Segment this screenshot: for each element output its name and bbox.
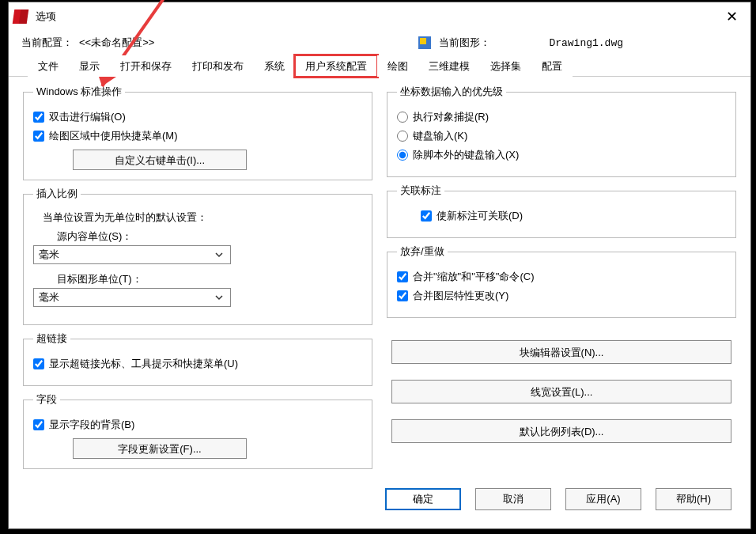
radio-keyboard-input[interactable] (397, 131, 408, 142)
close-button[interactable]: ✕ (717, 5, 746, 28)
apply-button[interactable]: 应用(A) (565, 488, 641, 510)
tab-selection[interactable]: 选择集 (480, 55, 531, 77)
tab-plot[interactable]: 打印和发布 (182, 55, 254, 77)
options-dialog: 选项 ✕ 当前配置： <<未命名配置>> 当前图形： Drawing1.dwg … (8, 2, 751, 529)
chk-assoc-dim[interactable]: 使新标注可关联(D) (421, 209, 726, 223)
lineweight-settings-button[interactable]: 线宽设置(L)... (391, 380, 731, 403)
source-units-select[interactable]: 毫米 (33, 245, 231, 264)
group-coord-priority: 坐标数据输入的优先级 执行对象捕捉(R) 键盘输入(K) 除脚本外的键盘输入(X… (387, 85, 736, 177)
ok-button[interactable]: 确定 (385, 488, 461, 510)
source-units-value: 毫米 (39, 248, 59, 262)
tab-user-preferences[interactable]: 用户系统配置 (295, 55, 377, 77)
block-editor-settings-button[interactable]: 块编辑器设置(N)... (391, 340, 731, 364)
chk-hyperlink[interactable]: 显示超链接光标、工具提示和快捷菜单(U) (33, 357, 362, 371)
group-legend: 关联标注 (397, 184, 444, 198)
title-bar: 选项 ✕ (9, 2, 750, 31)
drawing-name: Drawing1.dwg (549, 37, 623, 49)
target-units-value: 毫米 (39, 290, 59, 305)
autocad-icon (13, 9, 29, 25)
tab-display[interactable]: 显示 (69, 55, 110, 77)
tab-open-save[interactable]: 打开和保存 (110, 55, 182, 77)
group-legend: 字段 (33, 392, 60, 407)
radio-osnap-input[interactable] (397, 112, 408, 123)
dialog-title: 选项 (36, 9, 717, 24)
tab-profiles[interactable]: 配置 (531, 55, 573, 77)
chk-combine-layer-input[interactable] (397, 290, 408, 301)
tab-file[interactable]: 文件 (28, 55, 69, 77)
tab-drafting[interactable]: 绘图 (377, 55, 418, 77)
cancel-button[interactable]: 取消 (475, 488, 551, 510)
group-hyperlink: 超链接 显示超链接光标、工具提示和快捷菜单(U) (23, 331, 372, 386)
chk-field-bg-label: 显示字段的背景(B) (49, 418, 134, 432)
source-units-label: 源内容单位(S)： (57, 229, 362, 244)
chk-doubleclick-edit-input[interactable] (33, 112, 44, 123)
chk-field-bg[interactable]: 显示字段的背景(B) (33, 418, 362, 432)
chk-hyperlink-label: 显示超链接光标、工具提示和快捷菜单(U) (49, 357, 238, 371)
field-update-settings-button[interactable]: 字段更新设置(F)... (73, 438, 247, 459)
group-associative-dims: 关联标注 使新标注可关联(D) (387, 184, 736, 238)
chk-shortcut-menus-input[interactable] (33, 131, 44, 142)
left-column: Windows 标准操作 双击进行编辑(O) 绘图区域中使用快捷菜单(M) 自定… (23, 85, 372, 469)
drawing-icon (418, 36, 431, 49)
group-legend: 放弃/重做 (397, 244, 448, 259)
chk-combine-layer-label: 合并图层特性更改(Y) (413, 289, 508, 303)
body: Windows 标准操作 双击进行编辑(O) 绘图区域中使用快捷菜单(M) 自定… (9, 77, 750, 475)
chk-combine-zoom-pan-input[interactable] (397, 271, 408, 282)
default-scale-list-button[interactable]: 默认比例列表(D)... (391, 419, 731, 443)
radio-keyboard-except-scripts[interactable]: 除脚本外的键盘输入(X) (397, 148, 726, 162)
group-insert-scale: 插入比例 当单位设置为无单位时的默认设置： 源内容单位(S)： 毫米 目标图形单… (23, 187, 372, 325)
chk-field-bg-input[interactable] (33, 419, 44, 430)
tab-system[interactable]: 系统 (254, 55, 295, 77)
chk-doubleclick-edit[interactable]: 双击进行编辑(O) (33, 110, 362, 124)
tab-3d[interactable]: 三维建模 (418, 55, 480, 77)
chk-combine-zoom-pan[interactable]: 合并"缩放"和"平移"命令(C) (397, 270, 726, 284)
profile-info-row: 当前配置： <<未命名配置>> 当前图形： Drawing1.dwg (9, 31, 750, 56)
radio-keyboard[interactable]: 键盘输入(K) (397, 129, 726, 143)
chk-hyperlink-input[interactable] (33, 358, 44, 369)
insert-scale-desc: 当单位设置为无单位时的默认设置： (43, 210, 362, 225)
group-fields: 字段 显示字段的背景(B) 字段更新设置(F)... (23, 392, 372, 469)
group-windows-standard: Windows 标准操作 双击进行编辑(O) 绘图区域中使用快捷菜单(M) 自定… (23, 85, 372, 180)
target-units-label: 目标图形单位(T)： (57, 272, 362, 286)
radio-keyboard-except-scripts-input[interactable] (397, 150, 408, 161)
chk-combine-zoom-pan-label: 合并"缩放"和"平移"命令(C) (413, 270, 535, 284)
group-legend: 超链接 (33, 331, 70, 346)
group-undo-redo: 放弃/重做 合并"缩放"和"平移"命令(C) 合并图层特性更改(Y) (387, 244, 736, 318)
right-column: 坐标数据输入的优先级 执行对象捕捉(R) 键盘输入(K) 除脚本外的键盘输入(X… (387, 85, 736, 469)
drawing-label: 当前图形： (439, 36, 490, 50)
chevron-down-icon (213, 291, 225, 304)
chk-combine-layer[interactable]: 合并图层特性更改(Y) (397, 289, 726, 303)
help-button[interactable]: 帮助(H) (656, 488, 731, 510)
profile-label: 当前配置： (21, 36, 73, 50)
radio-keyboard-label: 键盘输入(K) (413, 129, 467, 143)
rightclick-customize-button[interactable]: 自定义右键单击(I)... (73, 150, 247, 170)
radio-osnap[interactable]: 执行对象捕捉(R) (397, 110, 726, 124)
chk-assoc-dim-label: 使新标注可关联(D) (437, 209, 523, 223)
group-legend: 插入比例 (33, 187, 81, 201)
tab-bar: 文件 显示 打开和保存 打印和发布 系统 用户系统配置 绘图 三维建模 选择集 … (9, 56, 750, 77)
chk-shortcut-menus-label: 绘图区域中使用快捷菜单(M) (49, 129, 178, 143)
chk-assoc-dim-input[interactable] (421, 210, 432, 222)
chk-doubleclick-edit-label: 双击进行编辑(O) (49, 110, 126, 124)
group-legend: 坐标数据输入的优先级 (397, 85, 506, 99)
group-legend: Windows 标准操作 (33, 85, 125, 99)
profile-value: <<未命名配置>> (79, 36, 154, 50)
chevron-down-icon (213, 248, 225, 261)
radio-osnap-label: 执行对象捕捉(R) (413, 110, 489, 124)
radio-keyboard-except-scripts-label: 除脚本外的键盘输入(X) (413, 148, 519, 162)
target-units-select[interactable]: 毫米 (33, 288, 231, 307)
chk-shortcut-menus[interactable]: 绘图区域中使用快捷菜单(M) (33, 129, 362, 143)
footer-buttons: 确定 取消 应用(A) 帮助(H) (9, 475, 750, 510)
